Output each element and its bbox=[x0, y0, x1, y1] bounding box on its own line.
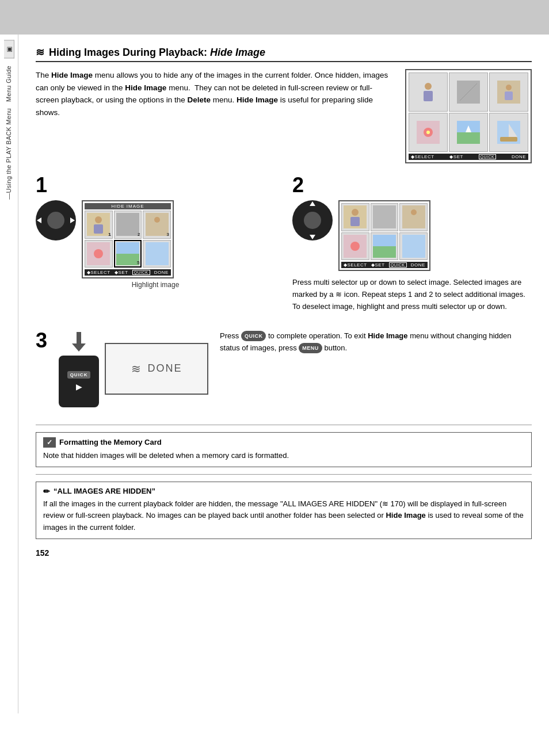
top-gray-bar bbox=[0, 0, 549, 35]
bold-hide-image-2: Hide Image bbox=[125, 83, 166, 92]
intro-grid bbox=[409, 72, 528, 152]
check-icon: ✓ bbox=[43, 437, 56, 448]
s2-set: ◆SET bbox=[371, 262, 385, 268]
step2-number: 2 bbox=[292, 175, 532, 196]
note-hidden-title: “ALL IMAGES ARE HIDDEN” bbox=[54, 487, 155, 495]
step3-visual-group: QUICK ▶ ≋ DONE bbox=[59, 330, 208, 407]
done-icon: ≋ bbox=[131, 362, 141, 376]
svg-point-34 bbox=[350, 242, 360, 251]
svg-rect-1 bbox=[424, 91, 433, 101]
step1-inner: HIDE IMAGE 1 1 2 3 bbox=[36, 200, 275, 278]
step2-screen: ◆SELECT ◆SET QUICK DONE bbox=[338, 200, 430, 271]
step3-controller-wrap: QUICK ▶ bbox=[59, 330, 99, 407]
step1-screen: HIDE IMAGE 1 1 2 3 bbox=[82, 200, 174, 278]
bold-hide-image-step3: Hide Image bbox=[368, 331, 407, 340]
play-icon: ▶ bbox=[76, 382, 82, 391]
s2-done: DONE bbox=[411, 262, 425, 268]
s2-quick: QUICK bbox=[389, 262, 407, 268]
svg-rect-25 bbox=[116, 254, 139, 265]
sidebar-subtext: —Using the PLAY BACK Menu bbox=[5, 108, 13, 200]
intro-text: The Hide Image menu allows you to hide a… bbox=[36, 69, 394, 163]
intro-area: The Hide Image menu allows you to hide a… bbox=[36, 69, 532, 163]
s1-thumb-1: 1 1 bbox=[85, 211, 113, 239]
svg-point-5 bbox=[506, 85, 512, 90]
svg-rect-24 bbox=[116, 242, 139, 254]
step2-arrow-down bbox=[310, 235, 315, 239]
s1-done: DONE bbox=[154, 270, 169, 275]
svg-rect-37 bbox=[402, 235, 425, 258]
svg-rect-14 bbox=[500, 137, 517, 142]
done-text: DONE bbox=[148, 362, 182, 375]
step2-controller-inner bbox=[304, 212, 321, 229]
svg-rect-30 bbox=[373, 205, 396, 228]
down-head bbox=[72, 343, 86, 352]
s2-thumb-1 bbox=[341, 203, 369, 231]
s2-thumb-2 bbox=[371, 203, 399, 231]
s2-thumb-5 bbox=[371, 232, 399, 261]
s1-thumb-2: 2 bbox=[114, 211, 142, 239]
sidebar-text: Menu Guide bbox=[5, 66, 13, 102]
step2-screen-bar: ◆SELECT ◆SET QUICK DONE bbox=[341, 262, 428, 268]
hide-image-icon: ≋ bbox=[36, 46, 44, 59]
intro-screen-bar: ◆SELECT ◆SET QUICK DONE bbox=[409, 154, 528, 160]
intro-thumbnail-panel: ◆SELECT ◆SET QUICK DONE bbox=[405, 69, 532, 163]
down-arrow-indicator bbox=[70, 330, 87, 353]
done-screen: ≋ DONE bbox=[105, 343, 208, 395]
bold-hide-image-1: Hide Image bbox=[51, 71, 93, 79]
thumb-6 bbox=[489, 113, 528, 152]
svg-point-9 bbox=[426, 131, 430, 134]
svg-rect-36 bbox=[373, 246, 396, 258]
step2-controller bbox=[292, 200, 333, 240]
step2-arrow-up bbox=[310, 201, 315, 206]
svg-rect-6 bbox=[505, 91, 513, 100]
quick-label-box: QUICK bbox=[479, 154, 497, 159]
section-title-text: Hiding Images During Playback: Hide Imag… bbox=[49, 47, 265, 59]
svg-point-21 bbox=[154, 217, 160, 223]
thumb-1 bbox=[409, 72, 448, 112]
s1-set: ◆SET bbox=[115, 270, 128, 275]
menu-inline-btn: MENU bbox=[299, 343, 322, 353]
s1-select: ◆SELECT bbox=[87, 270, 110, 275]
controller-inner bbox=[47, 212, 64, 229]
s1-quick: QUICK bbox=[132, 270, 150, 275]
divider-2 bbox=[36, 474, 532, 475]
s2-thumb-4 bbox=[341, 232, 369, 261]
svg-rect-29 bbox=[350, 217, 360, 226]
divider-1 bbox=[36, 425, 532, 425]
step2-inner: ◆SELECT ◆SET QUICK DONE bbox=[292, 200, 532, 271]
svg-point-32 bbox=[411, 209, 417, 215]
sidebar: ▣ Menu Guide —Using the PLAY BACK Menu bbox=[0, 35, 18, 713]
bold-hide-image-3: Hide Image bbox=[237, 96, 278, 104]
hidden-icon-inline: ≋ bbox=[382, 499, 388, 508]
note-formatting-title: Formatting the Memory Card bbox=[59, 438, 162, 446]
note-formatting-header: ✓ Formatting the Memory Card bbox=[43, 437, 524, 448]
thumb-3 bbox=[489, 72, 528, 112]
steps-row: 1 HIDE IMAGE 1 1 bbox=[36, 175, 532, 313]
s1-thumb-5: 5 bbox=[114, 240, 142, 268]
note-hidden-text: If all the images in the current playbac… bbox=[43, 498, 524, 534]
quick-btn-label: QUICK bbox=[67, 371, 91, 379]
svg-rect-11 bbox=[457, 132, 480, 144]
note-hidden-header: ✏ “ALL IMAGES ARE HIDDEN” bbox=[43, 487, 524, 496]
svg-rect-35 bbox=[373, 235, 396, 246]
select-label: ◆SELECT bbox=[411, 154, 434, 159]
svg-point-17 bbox=[95, 216, 102, 223]
thumb-4 bbox=[409, 113, 448, 152]
step2: 2 bbox=[292, 175, 532, 313]
step1-screen-title: HIDE IMAGE bbox=[85, 203, 171, 209]
quick-inline-btn: QUICK bbox=[241, 331, 266, 341]
step3-description: Press QUICK to complete operation. To ex… bbox=[220, 330, 532, 354]
thumb-5 bbox=[449, 113, 488, 152]
step1-grid: 1 1 2 3 bbox=[85, 211, 171, 268]
sidebar-tab: ▣ bbox=[4, 40, 14, 59]
svg-rect-26 bbox=[146, 242, 169, 265]
svg-point-0 bbox=[425, 83, 432, 90]
intro-camera-screen: ◆SELECT ◆SET QUICK DONE bbox=[405, 69, 532, 163]
svg-rect-18 bbox=[94, 224, 103, 234]
s2-select: ◆SELECT bbox=[344, 262, 367, 268]
svg-rect-19 bbox=[116, 213, 139, 236]
svg-rect-31 bbox=[402, 205, 425, 228]
s2-thumb-3 bbox=[399, 203, 428, 231]
note-formatting: ✓ Formatting the Memory Card Note that h… bbox=[36, 432, 532, 467]
step1-caption: Highlight image bbox=[36, 281, 275, 289]
